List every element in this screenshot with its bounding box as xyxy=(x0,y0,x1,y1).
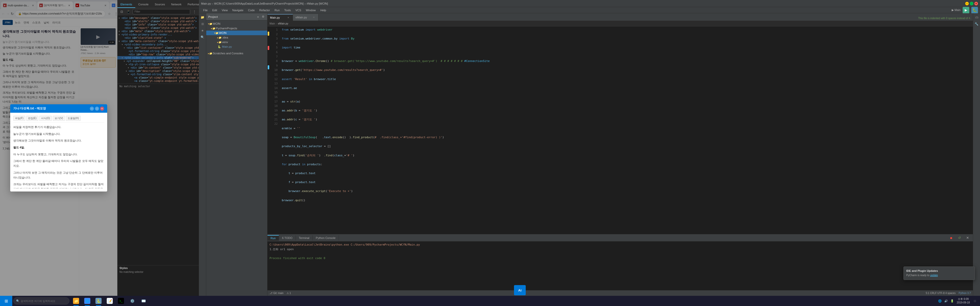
sidebar-gradle-icon[interactable]: 🔧 xyxy=(974,21,980,27)
ai-indicator[interactable]: Ai xyxy=(514,285,526,295)
start-button[interactable]: ⊞ xyxy=(0,296,12,306)
more-icon[interactable]: ⋮ xyxy=(192,10,197,14)
html-node-div-toprow[interactable]: <div id="top-row" class="style-scope ytd… xyxy=(118,53,199,56)
html-node-ytd-sec-2[interactable]: ▾<ytd-video-secondary-info slot="subrend… xyxy=(118,56,199,59)
debug-button[interactable]: 🐛 xyxy=(971,7,978,14)
menu-file[interactable]: File xyxy=(201,8,210,12)
taskbar-app-explorer[interactable]: 📁 xyxy=(70,296,82,306)
project-root[interactable]: ▾📁 WCfN xyxy=(206,21,267,26)
html-node-div-report[interactable]: <div id="report" class="style-scope ytd-… xyxy=(118,26,199,30)
run-rerun-button[interactable]: ↺ xyxy=(956,235,963,241)
menu-help[interactable]: Help xyxy=(318,8,328,12)
tray-battery[interactable]: 🔋 xyxy=(950,298,955,303)
devtools-tab-sources[interactable]: Sources xyxy=(151,1,168,8)
menu-edit[interactable]: Edit xyxy=(210,8,219,12)
breadcrumb-root[interactable]: Main xyxy=(269,22,275,25)
devtools-tab-performance[interactable]: Performance xyxy=(185,1,199,8)
html-node-div-description[interactable]: ▾<div id="description" class="style-scop… xyxy=(118,69,199,73)
popup-text-content[interactable]: 파일을 저장하면 후기가 아름답습니다. 늘누군가 영기브리질을 시작했습니다.… xyxy=(13,125,104,189)
run-button[interactable]: ▶ xyxy=(963,7,969,14)
search-input[interactable] xyxy=(21,300,67,303)
devtools-tab-console[interactable]: Console xyxy=(135,1,151,8)
editor-tab-emain[interactable]: eMain.py ✕ xyxy=(293,14,318,21)
html-node-yt-formatted[interactable]: <yt-formatted-string class="style-scope … xyxy=(118,49,199,53)
menu-run[interactable]: Run xyxy=(272,8,282,12)
taskbar-app-settings[interactable]: ⚙️ xyxy=(127,296,138,306)
editor-tab-close-main[interactable]: ✕ xyxy=(286,16,290,19)
html-node-div-meta[interactable]: ▾<div id="meta" class="style-scope ytd-w… xyxy=(118,30,199,33)
project-idea[interactable]: ▸📁 .idea xyxy=(206,35,267,40)
html-node-div-metacontents[interactable]: ▾<div id="meta-contents" class="style-sc… xyxy=(118,40,199,43)
pycharm-close[interactable]: ✕ xyxy=(974,2,978,5)
code-editor[interactable]: 12345678910111213141516171819202122 from… xyxy=(267,27,973,234)
menu-format[interactable]: 서식(O) xyxy=(39,116,52,121)
taskbar-app-mail[interactable]: ✉️ xyxy=(138,296,149,306)
taskbar-app-notepad[interactable]: 📝 xyxy=(104,296,115,306)
status-git[interactable]: ⎇ Git: main xyxy=(269,292,283,295)
menu-help[interactable]: 도움말(H) xyxy=(66,116,81,121)
menu-edit[interactable]: 편집(E) xyxy=(26,116,38,121)
code-content[interactable]: from selenium import webdriver from sele… xyxy=(280,27,973,234)
html-node-yt-formatted-slim[interactable]: ▾<yt-formatted-string class="slim-conten… xyxy=(118,73,199,76)
popup-close[interactable]: ✕ xyxy=(100,106,104,111)
menu-vcs[interactable]: VCS xyxy=(293,8,304,12)
bottom-tab-run[interactable]: Run xyxy=(267,235,279,241)
html-node-tp-iron[interactable]: ▾<tp-yt-iron-collapse class="style-scope… xyxy=(118,63,199,66)
project-main-py[interactable]: 🐍 Main.py xyxy=(206,44,267,49)
project-venv[interactable]: ▸📁 venv xyxy=(206,40,267,44)
taskbar-search[interactable]: 🔍 xyxy=(13,297,69,304)
settings-icon[interactable]: ⚙ xyxy=(261,15,265,19)
status-line-col[interactable]: 5:1 CRLF UTF-8 4 spaces xyxy=(926,292,956,295)
menu-code[interactable]: Code xyxy=(246,8,257,12)
html-node-div-info[interactable]: <div id="info" class="style-scope ytd-wa… xyxy=(118,23,199,26)
html-node-div-content[interactable]: ▾<div id="in-content" class="style-scope… xyxy=(118,66,199,69)
devtools-tab-elements[interactable]: Elements xyxy=(118,1,135,8)
html-node-ytd-secondary[interactable]: ▾<ytd-video-secondary-info... xyxy=(118,43,199,46)
sidebar-find-icon[interactable]: 🔍 xyxy=(200,34,206,40)
menu-view[interactable]: 보기(V) xyxy=(53,116,65,121)
html-node-div-alerts[interactable]: <div id="alerts" class="style-scope ytd-… xyxy=(118,20,199,23)
sidebar-favorites-icon[interactable]: ★ xyxy=(200,27,206,34)
status-python[interactable]: Python 3.7 xyxy=(959,292,971,295)
project-pycharmprojects[interactable]: ▸📁 PycharmProjects xyxy=(206,26,267,30)
menu-tools[interactable]: Tools xyxy=(282,8,293,12)
pycharm-maximize[interactable]: □ xyxy=(970,2,974,5)
taskbar-clock[interactable]: 오후 6:09 2019-09-18 xyxy=(957,297,970,304)
menu-view[interactable]: View xyxy=(220,8,230,12)
html-node-yt-expander[interactable]: ▾<yt-expander collapsed-height="00" clas… xyxy=(118,59,199,63)
pycharm-minimize[interactable]: ─ xyxy=(965,2,969,5)
menu-window[interactable]: Window xyxy=(304,8,318,12)
html-node-div-list-container[interactable]: ▾<div id="list-container" class="style-s… xyxy=(118,46,199,49)
collapse-icon[interactable]: ≡ xyxy=(256,15,260,19)
tray-volume[interactable]: 🔊 xyxy=(943,298,948,303)
menu-file[interactable]: 파일(F) xyxy=(13,116,25,121)
taskbar-app-pycharm[interactable]: 🐍 xyxy=(93,296,104,306)
notif-update-link[interactable]: update xyxy=(930,274,938,277)
bottom-tab-terminal[interactable]: Terminal xyxy=(296,235,313,241)
project-scratches[interactable]: ▸📁 Scratches and Consoles xyxy=(206,51,267,55)
popup-minimize[interactable]: ─ xyxy=(90,106,94,111)
sidebar-structure-icon[interactable]: ⊞ xyxy=(200,21,206,27)
menu-refactor[interactable]: Refactor xyxy=(257,8,272,12)
inspect-icon[interactable]: ⊡ xyxy=(119,10,124,14)
taskbar-app-cmd[interactable]: >_ xyxy=(115,296,127,306)
devtools-tab-network[interactable]: Network xyxy=(168,1,185,8)
html-node-yt-endpoint-1[interactable]: <a class="yt-simple-endpoint style-scope… xyxy=(118,76,199,79)
html-node-ytd-video[interactable]: ▾<ytd-video-primary-info-render... xyxy=(118,33,199,36)
sidebar-database-icon[interactable]: 🗃 xyxy=(974,14,980,21)
device-icon[interactable]: 📱 xyxy=(126,10,130,14)
show-desktop-button[interactable]: □ xyxy=(972,298,978,304)
run-close-button[interactable]: ✕ xyxy=(964,235,971,241)
editor-tab-main[interactable]: Main.py ✕ xyxy=(267,14,293,21)
devtools-filter-input[interactable] xyxy=(133,9,190,14)
html-node-div-clarified[interactable]: <div id="clarified-state" > xyxy=(118,36,199,40)
sidebar-project-icon[interactable]: 📁 xyxy=(200,14,206,21)
html-node-div-messages[interactable]: ▾<div id="messages" class="style-scope y… xyxy=(118,16,199,20)
tray-network[interactable]: 🌐 xyxy=(937,298,942,303)
taskbar-app-chrome[interactable]: 🌐 xyxy=(82,296,93,306)
project-wcfn[interactable]: ▾📁 WCfN xyxy=(206,30,267,35)
menu-navigate[interactable]: Navigate xyxy=(230,8,245,12)
popup-maximize[interactable]: □ xyxy=(95,106,99,111)
html-node-yt-endpoint-2[interactable]: <a class="yt-simple-endpoint yt-formatte… xyxy=(118,79,199,82)
editor-tab-close-emain[interactable]: ✕ xyxy=(312,16,316,19)
